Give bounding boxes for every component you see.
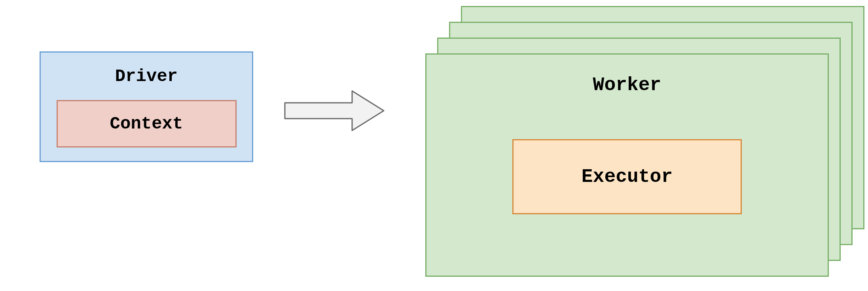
- worker-label: Worker: [593, 74, 661, 96]
- driver-box: Driver Context: [40, 51, 253, 162]
- svg-marker-0: [285, 91, 384, 130]
- executor-box: Executor: [512, 139, 742, 214]
- worker-card-front: Worker Executor: [425, 53, 829, 277]
- driver-label: Driver: [115, 66, 178, 86]
- executor-label: Executor: [582, 166, 673, 187]
- context-label: Context: [110, 114, 183, 134]
- context-box: Context: [57, 100, 237, 147]
- arrow-icon: [283, 89, 386, 132]
